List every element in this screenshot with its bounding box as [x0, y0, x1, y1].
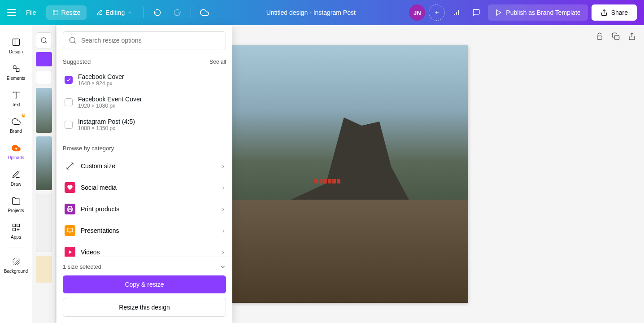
top-bar: File Resize Editing Untitled design - In… [0, 0, 644, 25]
option-label: Facebook Event Cover [78, 96, 142, 103]
redo-button[interactable] [169, 4, 185, 21]
nav-apps-label: Apps [11, 235, 21, 240]
canvas-image[interactable] [231, 45, 468, 303]
hamburger-icon[interactable] [7, 9, 16, 16]
chevron-down-icon [220, 264, 226, 270]
nav-background[interactable]: Background [0, 252, 32, 278]
option-label: Instagram Post (4:5) [78, 118, 135, 125]
category-presentations[interactable]: Presentations › [63, 220, 226, 241]
category-label: Custom size [81, 162, 217, 170]
category-social-media[interactable]: Social media › [63, 177, 226, 198]
uploads-side-panel [32, 25, 56, 323]
publish-button[interactable]: Publish as Brand Template [488, 4, 587, 21]
sidebar-nav: Design Elements Text 👑 Brand Uploads Dra… [0, 25, 32, 323]
resize-design-button[interactable]: Resize this design [63, 298, 226, 317]
resize-search-box[interactable] [63, 31, 226, 49]
publish-label: Publish as Brand Template [506, 9, 580, 16]
svg-rect-8 [597, 36, 602, 39]
comment-icon[interactable] [468, 4, 484, 21]
document-title[interactable]: Untitled design - Instagram Post [216, 9, 405, 16]
svg-rect-3 [16, 69, 19, 72]
upload-thumb[interactable] [36, 136, 52, 190]
resize-label: Resize [61, 9, 81, 16]
export-icon[interactable] [628, 32, 637, 41]
share-button[interactable]: Share [592, 4, 637, 21]
chevron-right-icon: › [222, 162, 224, 170]
nav-uploads-label: Uploads [8, 155, 24, 160]
nav-uploads[interactable]: Uploads [0, 138, 32, 165]
nav-apps[interactable]: Apps [0, 218, 32, 244]
see-all-link[interactable]: See all [209, 59, 226, 65]
avatar[interactable]: JN [409, 4, 425, 21]
heart-icon [65, 182, 75, 193]
svg-rect-1 [13, 39, 19, 46]
upload-thumb[interactable] [36, 52, 52, 66]
option-label: Facebook Cover [78, 73, 124, 80]
cloud-sync-icon[interactable] [196, 4, 213, 21]
nav-brand-label: Brand [10, 129, 22, 134]
checkbox-checked[interactable] [65, 76, 73, 84]
browse-title: Browse by category [63, 145, 114, 152]
video-icon [65, 247, 75, 257]
nav-design[interactable]: Design [0, 32, 32, 59]
side-search-icon[interactable] [36, 32, 52, 48]
svg-rect-9 [615, 35, 619, 40]
upload-thumb[interactable] [36, 88, 52, 133]
add-member-button[interactable] [429, 4, 445, 21]
nav-draw[interactable]: Draw [0, 165, 32, 191]
checkbox-unchecked[interactable] [65, 98, 73, 106]
category-label: Print products [81, 205, 217, 213]
nav-text[interactable]: Text [0, 85, 32, 112]
category-print-products[interactable]: Print products › [63, 198, 226, 220]
svg-rect-6 [13, 228, 15, 231]
nav-elements[interactable]: Elements [0, 59, 32, 85]
upload-thumb[interactable] [36, 194, 52, 252]
resize-button[interactable]: Resize [46, 5, 87, 20]
category-label: Videos [81, 249, 217, 256]
suggested-title: Suggested [63, 58, 91, 65]
option-dims: 1080 × 1350 px [78, 125, 135, 131]
option-facebook-cover[interactable]: Facebook Cover 1640 × 924 px [63, 69, 226, 91]
category-videos[interactable]: Videos › [63, 241, 226, 257]
nav-elements-label: Elements [7, 76, 26, 81]
chevron-right-icon: › [222, 227, 224, 234]
svg-point-10 [70, 37, 75, 43]
nav-projects[interactable]: Projects [0, 191, 32, 218]
option-facebook-event-cover[interactable]: Facebook Event Cover 1920 × 1080 px [63, 91, 226, 113]
svg-rect-0 [53, 10, 58, 15]
size-selected-label: 1 size selected [63, 263, 101, 270]
nav-design-label: Design [9, 49, 23, 54]
stats-icon[interactable] [448, 4, 465, 21]
resize-icon [65, 161, 75, 171]
upload-thumb[interactable] [36, 256, 52, 283]
svg-point-2 [13, 65, 16, 69]
editing-button[interactable]: Editing [90, 5, 138, 20]
presentation-icon [65, 225, 75, 236]
copy-icon[interactable] [612, 32, 621, 41]
option-dims: 1640 × 924 px [78, 80, 124, 87]
nav-text-label: Text [12, 102, 20, 107]
chevron-right-icon: › [222, 205, 224, 213]
resize-search-input[interactable] [81, 37, 220, 44]
category-label: Presentations [81, 227, 217, 234]
upload-thumb[interactable] [36, 70, 52, 84]
crown-icon: 👑 [21, 113, 26, 118]
chevron-right-icon: › [222, 249, 224, 256]
size-selected-toggle[interactable]: 1 size selected [63, 263, 226, 270]
search-icon [69, 36, 77, 44]
nav-brand[interactable]: 👑 Brand [0, 112, 32, 138]
print-icon [65, 204, 75, 214]
editing-label: Editing [105, 9, 125, 16]
copy-resize-button[interactable]: Copy & resize [63, 275, 226, 293]
share-label: Share [611, 9, 628, 16]
category-label: Social media [81, 184, 217, 191]
category-custom-size[interactable]: Custom size › [63, 155, 226, 177]
lock-icon[interactable] [596, 32, 605, 41]
checkbox-unchecked[interactable] [65, 121, 73, 129]
nav-background-label: Background [4, 269, 28, 274]
svg-point-7 [41, 38, 46, 43]
chevron-right-icon: › [222, 184, 224, 191]
option-instagram-post[interactable]: Instagram Post (4:5) 1080 × 1350 px [63, 113, 226, 136]
file-button[interactable]: File [20, 5, 43, 20]
undo-button[interactable] [149, 4, 165, 21]
